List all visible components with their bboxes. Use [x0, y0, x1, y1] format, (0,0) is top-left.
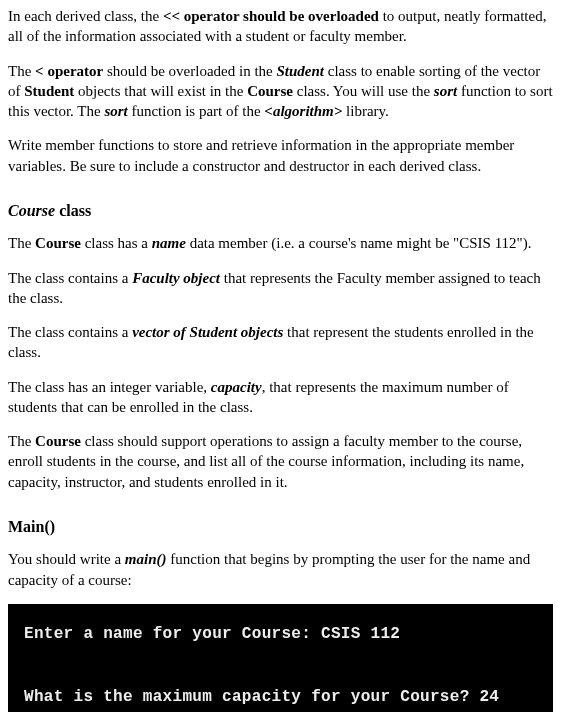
text-bolditalic: name: [152, 235, 186, 251]
terminal-gap: [24, 645, 537, 687]
paragraph-course-operations: The Course class should support operatio…: [8, 431, 553, 492]
text: The class contains a: [8, 324, 132, 340]
text-bold: Course: [35, 433, 81, 449]
text-bolditalic: sort: [104, 103, 127, 119]
text-bold: < operator: [35, 63, 103, 79]
text-bold: Student: [24, 83, 74, 99]
text-bold: class: [55, 202, 91, 219]
paragraph-member-functions: Write member functions to store and retr…: [8, 135, 553, 176]
text: The: [8, 63, 35, 79]
text-bolditalic: sort: [434, 83, 457, 99]
text-bolditalic: Faculty object: [132, 270, 220, 286]
paragraph-student-vector: The class contains a vector of Student o…: [8, 322, 553, 363]
text-bold: Course: [35, 235, 81, 251]
text: objects that will exist in the: [74, 83, 247, 99]
text: The class has an integer variable,: [8, 379, 211, 395]
paragraph-course-name: The Course class has a name data member …: [8, 233, 553, 253]
terminal-line: Enter a name for your Course: CSIS 112: [24, 624, 537, 645]
text-bolditalic: vector of Student objects: [132, 324, 283, 340]
text-bolditalic: Student: [276, 63, 324, 79]
text: should be overloaded in the: [103, 63, 276, 79]
paragraph-overload-output: In each derived class, the << operator s…: [8, 6, 553, 47]
text: The: [8, 433, 35, 449]
paragraph-faculty-object: The class contains a Faculty object that…: [8, 268, 553, 309]
text-bold: << operator should be overloaded: [163, 8, 379, 24]
text-bolditalic: main(): [125, 551, 167, 567]
text: data member (i.e. a course's name might …: [186, 235, 532, 251]
terminal-output: Enter a name for your Course: CSIS 112 W…: [8, 604, 553, 712]
heading-course-class: Course class: [8, 200, 553, 222]
text: You should write a: [8, 551, 125, 567]
text: function is part of the: [128, 103, 265, 119]
heading-main: Main(): [8, 516, 553, 538]
paragraph-main-prompt: You should write a main() function that …: [8, 549, 553, 590]
text: library.: [342, 103, 389, 119]
text: In each derived class, the: [8, 8, 163, 24]
paragraph-capacity: The class has an integer variable, capac…: [8, 377, 553, 418]
text-bolditalic: Course: [8, 202, 55, 219]
text: class has a: [81, 235, 152, 251]
paragraph-overload-lt: The < operator should be overloaded in t…: [8, 61, 553, 122]
text: class. You will use the: [293, 83, 434, 99]
terminal-line: What is the maximum capacity for your Co…: [24, 687, 537, 708]
text-bolditalic: capacity: [211, 379, 262, 395]
text-bold: Course: [247, 83, 293, 99]
text-bolditalic: <algorithm>: [264, 103, 342, 119]
text: The: [8, 235, 35, 251]
text: The class contains a: [8, 270, 132, 286]
text: class should support operations to assig…: [8, 433, 524, 490]
